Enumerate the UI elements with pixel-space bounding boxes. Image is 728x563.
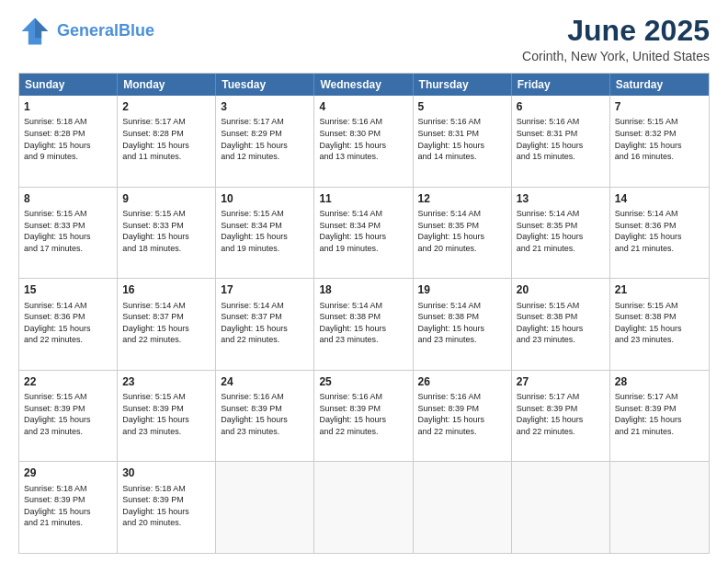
day-cell-4: 4Sunrise: 5:16 AMSunset: 8:30 PMDaylight… (314, 96, 413, 187)
day-cell-26: 26Sunrise: 5:16 AMSunset: 8:39 PMDayligh… (414, 371, 512, 462)
main-title: June 2025 (522, 15, 710, 47)
day-cell-5: 5Sunrise: 5:16 AMSunset: 8:31 PMDaylight… (414, 96, 512, 187)
day-cell-29: 29Sunrise: 5:18 AMSunset: 8:39 PMDayligh… (19, 462, 118, 553)
day-cell-17: 17Sunrise: 5:14 AMSunset: 8:37 PMDayligh… (216, 279, 314, 370)
header-cell-wednesday: Wednesday (314, 74, 413, 96)
day-number: 10 (221, 191, 309, 206)
day-cell-7: 7Sunrise: 5:15 AMSunset: 8:32 PMDaylight… (610, 96, 709, 187)
day-details: Sunrise: 5:14 AMSunset: 8:35 PMDaylight:… (517, 208, 605, 254)
day-cell-empty-4-5 (512, 462, 610, 553)
day-number: 19 (418, 282, 506, 297)
day-details: Sunrise: 5:16 AMSunset: 8:39 PMDaylight:… (319, 391, 407, 437)
day-details: Sunrise: 5:15 AMSunset: 8:39 PMDaylight:… (24, 391, 112, 437)
day-cell-3: 3Sunrise: 5:17 AMSunset: 8:29 PMDaylight… (216, 96, 314, 187)
day-number: 4 (319, 99, 407, 114)
day-number: 23 (122, 374, 210, 389)
day-number: 5 (418, 99, 506, 114)
calendar-header: SundayMondayTuesdayWednesdayThursdayFrid… (19, 74, 709, 96)
day-details: Sunrise: 5:15 AMSunset: 8:38 PMDaylight:… (517, 300, 605, 346)
day-cell-9: 9Sunrise: 5:15 AMSunset: 8:33 PMDaylight… (118, 188, 216, 279)
day-cell-2: 2Sunrise: 5:17 AMSunset: 8:28 PMDaylight… (118, 96, 216, 187)
day-number: 14 (615, 191, 704, 206)
day-details: Sunrise: 5:15 AMSunset: 8:33 PMDaylight:… (24, 208, 112, 254)
day-details: Sunrise: 5:14 AMSunset: 8:37 PMDaylight:… (122, 300, 210, 346)
day-details: Sunrise: 5:18 AMSunset: 8:39 PMDaylight:… (122, 483, 210, 529)
logo-line2: Blue (119, 21, 154, 40)
day-cell-30: 30Sunrise: 5:18 AMSunset: 8:39 PMDayligh… (118, 462, 216, 553)
header-cell-tuesday: Tuesday (216, 74, 314, 96)
calendar-row-1: 8Sunrise: 5:15 AMSunset: 8:33 PMDaylight… (19, 187, 709, 279)
calendar-row-3: 22Sunrise: 5:15 AMSunset: 8:39 PMDayligh… (19, 370, 709, 462)
day-number: 15 (24, 282, 112, 297)
day-number: 16 (122, 282, 210, 297)
day-details: Sunrise: 5:15 AMSunset: 8:39 PMDaylight:… (122, 391, 210, 437)
day-details: Sunrise: 5:15 AMSunset: 8:33 PMDaylight:… (122, 208, 210, 254)
day-number: 26 (418, 374, 506, 389)
svg-marker-1 (35, 18, 48, 39)
day-cell-12: 12Sunrise: 5:14 AMSunset: 8:35 PMDayligh… (414, 188, 512, 279)
day-cell-empty-4-3 (314, 462, 413, 553)
day-cell-28: 28Sunrise: 5:17 AMSunset: 8:39 PMDayligh… (610, 371, 709, 462)
day-number: 29 (24, 465, 112, 480)
day-number: 3 (221, 99, 309, 114)
day-details: Sunrise: 5:14 AMSunset: 8:35 PMDaylight:… (418, 208, 506, 254)
day-cell-23: 23Sunrise: 5:15 AMSunset: 8:39 PMDayligh… (118, 371, 216, 462)
day-cell-6: 6Sunrise: 5:16 AMSunset: 8:31 PMDaylight… (512, 96, 610, 187)
header-cell-monday: Monday (118, 74, 216, 96)
logo: GeneralBlue (18, 15, 154, 48)
day-details: Sunrise: 5:17 AMSunset: 8:29 PMDaylight:… (221, 116, 309, 162)
day-details: Sunrise: 5:16 AMSunset: 8:39 PMDaylight:… (418, 391, 506, 437)
day-number: 11 (319, 191, 407, 206)
day-details: Sunrise: 5:16 AMSunset: 8:31 PMDaylight:… (517, 116, 605, 162)
day-details: Sunrise: 5:15 AMSunset: 8:34 PMDaylight:… (221, 208, 309, 254)
day-details: Sunrise: 5:16 AMSunset: 8:31 PMDaylight:… (418, 116, 506, 162)
day-number: 21 (615, 282, 704, 297)
calendar-row-0: 1Sunrise: 5:18 AMSunset: 8:28 PMDaylight… (19, 96, 709, 187)
day-number: 18 (319, 282, 407, 297)
day-cell-15: 15Sunrise: 5:14 AMSunset: 8:36 PMDayligh… (19, 279, 118, 370)
day-cell-20: 20Sunrise: 5:15 AMSunset: 8:38 PMDayligh… (512, 279, 610, 370)
day-number: 13 (517, 191, 605, 206)
header-cell-saturday: Saturday (610, 74, 709, 96)
day-details: Sunrise: 5:15 AMSunset: 8:32 PMDaylight:… (615, 116, 704, 162)
day-cell-18: 18Sunrise: 5:14 AMSunset: 8:38 PMDayligh… (314, 279, 413, 370)
day-number: 8 (24, 191, 112, 206)
day-cell-empty-4-2 (216, 462, 314, 553)
page: GeneralBlue June 2025 Corinth, New York,… (0, 0, 728, 563)
day-number: 25 (319, 374, 407, 389)
day-cell-19: 19Sunrise: 5:14 AMSunset: 8:38 PMDayligh… (414, 279, 512, 370)
calendar-row-4: 29Sunrise: 5:18 AMSunset: 8:39 PMDayligh… (19, 461, 709, 553)
day-cell-1: 1Sunrise: 5:18 AMSunset: 8:28 PMDaylight… (19, 96, 118, 187)
day-details: Sunrise: 5:14 AMSunset: 8:34 PMDaylight:… (319, 208, 407, 254)
header: GeneralBlue June 2025 Corinth, New York,… (18, 15, 710, 63)
day-number: 6 (517, 99, 605, 114)
day-cell-25: 25Sunrise: 5:16 AMSunset: 8:39 PMDayligh… (314, 371, 413, 462)
day-details: Sunrise: 5:18 AMSunset: 8:39 PMDaylight:… (24, 483, 112, 529)
day-cell-11: 11Sunrise: 5:14 AMSunset: 8:34 PMDayligh… (314, 188, 413, 279)
day-cell-16: 16Sunrise: 5:14 AMSunset: 8:37 PMDayligh… (118, 279, 216, 370)
day-cell-13: 13Sunrise: 5:14 AMSunset: 8:35 PMDayligh… (512, 188, 610, 279)
day-details: Sunrise: 5:17 AMSunset: 8:39 PMDaylight:… (615, 391, 704, 437)
header-cell-friday: Friday (512, 74, 610, 96)
day-cell-27: 27Sunrise: 5:17 AMSunset: 8:39 PMDayligh… (512, 371, 610, 462)
day-details: Sunrise: 5:17 AMSunset: 8:28 PMDaylight:… (122, 116, 210, 162)
title-block: June 2025 Corinth, New York, United Stat… (522, 15, 710, 63)
day-cell-empty-4-6 (610, 462, 709, 553)
day-cell-10: 10Sunrise: 5:15 AMSunset: 8:34 PMDayligh… (216, 188, 314, 279)
calendar-body: 1Sunrise: 5:18 AMSunset: 8:28 PMDaylight… (19, 96, 709, 553)
day-number: 24 (221, 374, 309, 389)
calendar-row-2: 15Sunrise: 5:14 AMSunset: 8:36 PMDayligh… (19, 278, 709, 370)
day-details: Sunrise: 5:16 AMSunset: 8:30 PMDaylight:… (319, 116, 407, 162)
header-cell-thursday: Thursday (414, 74, 512, 96)
day-details: Sunrise: 5:14 AMSunset: 8:36 PMDaylight:… (615, 208, 704, 254)
header-cell-sunday: Sunday (19, 74, 118, 96)
day-details: Sunrise: 5:15 AMSunset: 8:38 PMDaylight:… (615, 300, 704, 346)
day-details: Sunrise: 5:14 AMSunset: 8:36 PMDaylight:… (24, 300, 112, 346)
day-details: Sunrise: 5:14 AMSunset: 8:38 PMDaylight:… (319, 300, 407, 346)
calendar: SundayMondayTuesdayWednesdayThursdayFrid… (18, 73, 710, 554)
day-details: Sunrise: 5:16 AMSunset: 8:39 PMDaylight:… (221, 391, 309, 437)
day-number: 27 (517, 374, 605, 389)
day-cell-empty-4-4 (414, 462, 512, 553)
day-cell-21: 21Sunrise: 5:15 AMSunset: 8:38 PMDayligh… (610, 279, 709, 370)
day-number: 2 (122, 99, 210, 114)
